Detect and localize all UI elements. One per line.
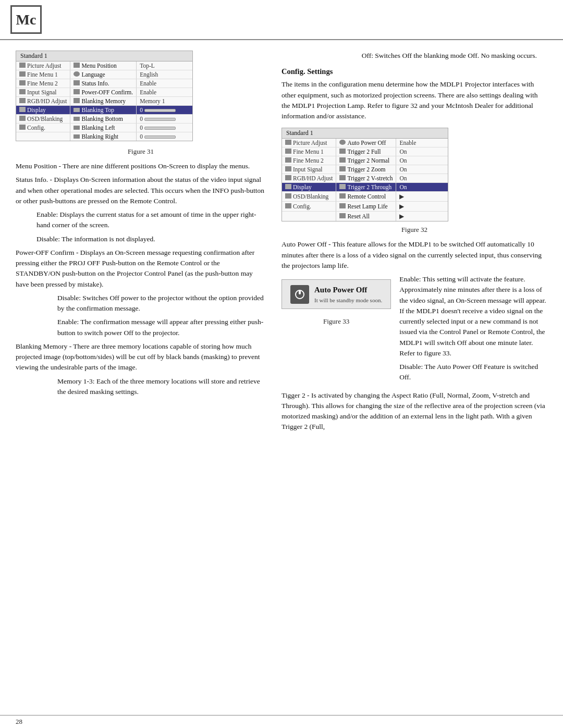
auto-disable-text: Disable: The Auto Power Off Feature is s… xyxy=(399,362,547,383)
figure32-table: Picture Adjust Auto Power Off Enable Fin… xyxy=(282,139,448,221)
table-row: OSD/Blanking Remote Control ▶ xyxy=(282,192,448,202)
table-row: OSD/Blanking Blanking Bottom 0 xyxy=(16,115,192,124)
auto-power-icon xyxy=(290,285,309,304)
table-row: RGB/HD Adjust Blanking Memory Memory 1 xyxy=(16,97,192,106)
power-off-text: Power-OFF Confirm - Displays an On-Scree… xyxy=(16,248,266,290)
auto-enable-text: Enable: This setting will activate the f… xyxy=(399,274,547,359)
table-row: Display Trigger 2 Through On xyxy=(282,183,448,192)
right-body-text: Auto Power Off - This feature allows for… xyxy=(282,239,547,432)
menu-position-text: Menu Position - There are nine different… xyxy=(16,161,266,171)
table-row: Display Blanking Top 0 xyxy=(16,106,192,115)
status-disable-text: Disable: The information is not displaye… xyxy=(36,234,266,244)
figure31-menu: Standard 1 Picture Adjust Menu Position … xyxy=(16,51,193,141)
right-column: Off: Switches Off the blanking mode Off.… xyxy=(282,51,547,436)
table-row: Picture Adjust Menu Position Top-L xyxy=(16,61,192,70)
table-row: Fine Menu 1 Language English xyxy=(16,70,192,79)
power-enable-text: Enable: The confirmation message will ap… xyxy=(57,317,266,338)
svg-rect-1 xyxy=(299,290,301,294)
trigger-text: Tigger 2 - Is activated by changing the … xyxy=(282,390,547,433)
table-row: Input Signal Power-OFF Confirm. Enable xyxy=(16,88,192,97)
page-footer: 28 xyxy=(0,715,563,728)
table-row: Fine Menu 2 Trigger 2 Normal On xyxy=(282,156,448,165)
brand-logo: Mc xyxy=(10,5,42,34)
figure33-box: Auto Power Off It will be standby mode s… xyxy=(282,279,391,309)
config-settings-body: The items in the configuration menu dete… xyxy=(282,79,547,121)
figure32-menu: Standard 1 Picture Adjust Auto Power Off… xyxy=(282,128,448,221)
figure32-title: Standard 1 xyxy=(282,128,448,139)
blanking-memory-detail: Memory 1-3: Each of the three memory loc… xyxy=(57,376,266,398)
table-row: Config. Blanking Left 0 xyxy=(16,124,192,132)
status-info-text: Status Info. - Displays On-Screen inform… xyxy=(16,175,266,206)
config-settings-heading: Config. Settings xyxy=(282,67,547,76)
table-row: Fine Menu 2 Status Info. Enable xyxy=(16,79,192,88)
page-number: 28 xyxy=(16,718,22,726)
table-row: Reset All ▶ xyxy=(282,212,448,221)
auto-power-text-block: Auto Power Off It will be standby mode s… xyxy=(314,284,382,304)
page-header: Mc xyxy=(0,0,563,40)
auto-power-title: Auto Power Off xyxy=(314,284,382,296)
figure31-title: Standard 1 xyxy=(16,51,192,61)
figure32-label: Figure 32 xyxy=(282,226,547,234)
blanking-memory-text: Blanking Memory - There are three memory… xyxy=(16,341,266,373)
figure31-table: Picture Adjust Menu Position Top-L Fine … xyxy=(16,61,192,141)
table-row: Picture Adjust Auto Power Off Enable xyxy=(282,139,448,147)
left-body-text: Menu Position - There are nine different… xyxy=(16,161,266,397)
auto-power-off-text: Auto Power Off - This feature allows for… xyxy=(282,239,547,271)
power-disable-text: Disable: Switches Off power to the proje… xyxy=(57,293,266,314)
table-row: Fine Menu 1 Trigger 2 Full On xyxy=(282,147,448,156)
figure33-label: Figure 33 xyxy=(282,316,391,327)
main-content: Standard 1 Picture Adjust Menu Position … xyxy=(0,40,563,446)
auto-power-subtitle: It will be standby mode soon. xyxy=(314,296,382,305)
table-row: Config. Reset Lamp Life ▶ xyxy=(282,202,448,212)
status-enable-text: Enable: Displays the current status for … xyxy=(36,209,266,231)
table-row: Input Signal Trigger 2 Zoom On xyxy=(282,165,448,174)
auto-power-description: Enable: This setting will activate the f… xyxy=(399,274,547,386)
figure31-label: Figure 31 xyxy=(16,147,266,156)
left-column: Standard 1 Picture Adjust Menu Position … xyxy=(16,51,266,436)
table-row: Blanking Right 0 xyxy=(16,132,192,141)
table-row: RGB/HD Adjust Trigger 2 V-stretch On xyxy=(282,174,448,183)
right-intro-text: Off: Switches Off the blanking mode Off.… xyxy=(282,51,547,61)
